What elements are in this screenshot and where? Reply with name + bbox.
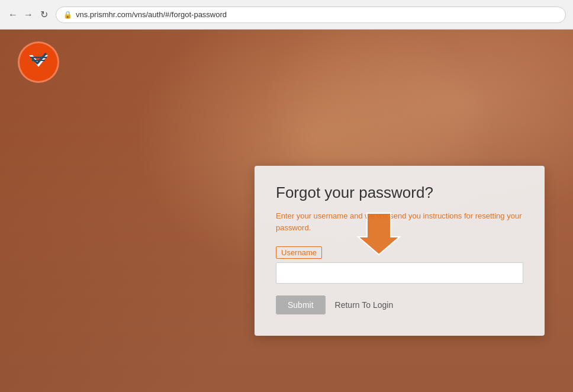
reload-button[interactable]: ↻ (38, 9, 50, 21)
submit-button[interactable]: Submit (276, 295, 326, 314)
logo-container (18, 41, 59, 83)
username-input[interactable] (276, 262, 523, 284)
return-to-login-link[interactable]: Return To Login (335, 300, 394, 310)
browser-chrome: ← → ↻ 🔒 vns.prismhr.com/vns/auth/#/forgo… (0, 0, 573, 30)
annotation-arrow (355, 210, 403, 258)
svg-marker-3 (358, 213, 400, 255)
logo-icon (25, 49, 51, 75)
page-content: Forgot your password? Enter your usernam… (0, 30, 573, 392)
back-button[interactable]: ← (7, 9, 19, 21)
form-title: Forgot your password? (276, 184, 523, 202)
form-actions: Submit Return To Login (276, 295, 523, 314)
username-label: Username (276, 246, 322, 259)
url-text: vns.prismhr.com/vns/auth/#/forgot-passwo… (76, 10, 227, 19)
logo-circle (18, 41, 59, 83)
forward-button[interactable]: → (22, 9, 34, 21)
address-bar[interactable]: 🔒 vns.prismhr.com/vns/auth/#/forgot-pass… (56, 7, 566, 23)
lock-icon: 🔒 (63, 11, 72, 19)
nav-buttons: ← → ↻ (7, 9, 50, 21)
